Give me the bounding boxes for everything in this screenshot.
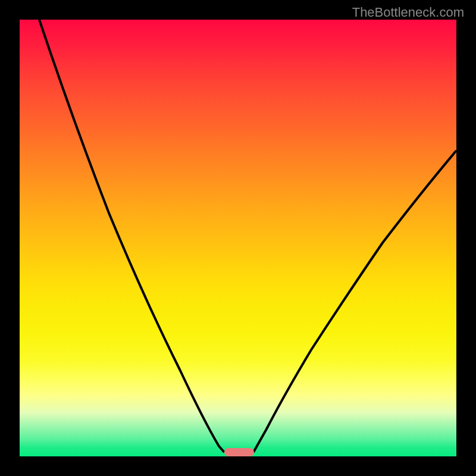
left-curve — [39, 20, 224, 452]
bottleneck-marker — [224, 448, 254, 456]
watermark-text: TheBottleneck.com — [352, 5, 464, 20]
curve-overlay — [20, 20, 456, 456]
chart-area — [20, 20, 456, 456]
right-curve — [253, 151, 456, 452]
